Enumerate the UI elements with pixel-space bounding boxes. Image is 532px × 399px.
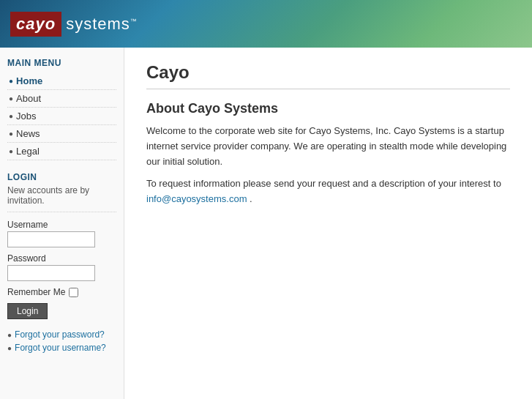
- forgot-password-link[interactable]: Forgot your password?: [15, 329, 105, 340]
- remember-checkbox[interactable]: [69, 288, 78, 297]
- username-input[interactable]: [7, 231, 95, 247]
- site-logo: cayo systems™: [10, 12, 142, 37]
- remember-row: Remember Me: [7, 287, 116, 297]
- main-menu-title: MAIN MENU: [7, 58, 116, 68]
- username-field: Username: [7, 220, 116, 247]
- main-content: Cayo About Cayo Systems Welcome to the c…: [124, 48, 532, 399]
- forgot-username-bullet: ●: [7, 344, 12, 352]
- password-field: Password: [7, 253, 116, 281]
- nav-link-legal[interactable]: Legal: [16, 146, 40, 157]
- password-input[interactable]: [7, 265, 95, 281]
- sidebar-item-about[interactable]: ● About: [7, 90, 116, 108]
- nav-link-home[interactable]: Home: [16, 75, 42, 86]
- para2-prefix: To request information please send your …: [146, 178, 501, 189]
- sidebar-item-news[interactable]: ● News: [7, 125, 116, 143]
- forgot-username-item: ● Forgot your username?: [7, 343, 116, 353]
- logo-cayo-text: cayo: [10, 12, 61, 37]
- login-button[interactable]: Login: [7, 303, 48, 319]
- contact-email-link[interactable]: info@cayosystems.com: [146, 193, 247, 204]
- remember-label: Remember Me: [7, 287, 65, 297]
- nav-bullet-legal: ●: [9, 147, 13, 155]
- logo-systems-text: systems™: [61, 12, 142, 37]
- content-para-1: Welcome to the corporate web site for Ca…: [146, 124, 510, 169]
- sidebar: MAIN MENU ● Home ● About ● Jobs ● News ●…: [0, 48, 124, 399]
- forgot-password-bullet: ●: [7, 331, 12, 339]
- page-title: Cayo: [146, 62, 510, 89]
- forgot-links: ● Forgot your password? ● Forgot your us…: [7, 329, 116, 353]
- forgot-username-link[interactable]: Forgot your username?: [15, 343, 106, 353]
- nav-bullet-news: ●: [9, 130, 13, 138]
- sidebar-item-jobs[interactable]: ● Jobs: [7, 108, 116, 125]
- para2-suffix: .: [250, 193, 252, 204]
- login-title: LOGIN: [7, 172, 116, 182]
- login-section: LOGIN New accounts are by invitation. Us…: [7, 172, 116, 353]
- password-label: Password: [7, 253, 116, 264]
- forgot-password-item: ● Forgot your password?: [7, 329, 116, 340]
- nav-link-news[interactable]: News: [16, 128, 40, 139]
- nav-bullet-home: ●: [9, 77, 13, 85]
- nav-link-about[interactable]: About: [16, 93, 41, 104]
- nav-menu: ● Home ● About ● Jobs ● News ● Legal: [7, 72, 116, 160]
- username-label: Username: [7, 220, 116, 230]
- nav-link-jobs[interactable]: Jobs: [16, 111, 36, 122]
- login-invite-text: New accounts are by invitation.: [7, 185, 116, 212]
- content-para-2: To request information please send your …: [146, 176, 510, 207]
- section-title: About Cayo Systems: [146, 101, 510, 116]
- sidebar-item-legal[interactable]: ● Legal: [7, 143, 116, 160]
- nav-bullet-jobs: ●: [9, 112, 13, 120]
- sidebar-item-home[interactable]: ● Home: [7, 72, 116, 90]
- site-header: cayo systems™: [0, 0, 532, 48]
- nav-bullet-about: ●: [9, 94, 13, 102]
